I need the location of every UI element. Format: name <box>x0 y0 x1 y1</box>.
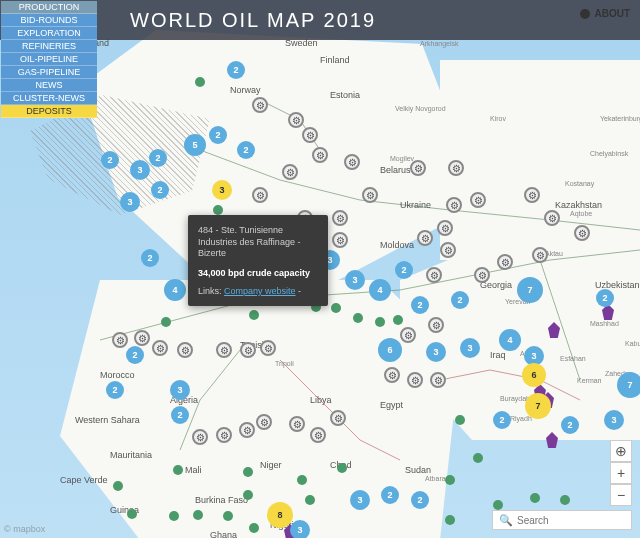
cluster-marker[interactable]: 2 <box>561 416 579 434</box>
cluster-marker[interactable]: 2 <box>101 151 119 169</box>
cluster-marker[interactable]: 2 <box>171 406 189 424</box>
layer-toggle-cluster-news[interactable]: CLUSTER-NEWS <box>1 92 97 105</box>
layer-toggle-gas-pipeline[interactable]: GAS-PIPELINE <box>1 66 97 79</box>
refinery-marker[interactable] <box>310 427 326 443</box>
cluster-marker[interactable]: 4 <box>499 329 521 351</box>
refinery-marker[interactable] <box>282 164 298 180</box>
cluster-marker[interactable]: 2 <box>151 181 169 199</box>
refinery-marker[interactable] <box>288 112 304 128</box>
cluster-marker[interactable]: 7 <box>517 277 543 303</box>
exploration-marker[interactable] <box>113 481 123 491</box>
refinery-marker[interactable] <box>216 427 232 443</box>
cluster-marker[interactable]: 2 <box>451 291 469 309</box>
cluster-marker[interactable]: 2 <box>141 249 159 267</box>
refinery-marker[interactable] <box>430 372 446 388</box>
exploration-marker[interactable] <box>530 493 540 503</box>
exploration-marker[interactable] <box>249 310 259 320</box>
cluster-marker[interactable]: 2 <box>596 289 614 307</box>
refinery-marker[interactable] <box>544 210 560 226</box>
cluster-marker[interactable]: 8 <box>267 502 293 528</box>
refinery-marker[interactable] <box>330 410 346 426</box>
cluster-marker[interactable]: 2 <box>411 491 429 509</box>
refinery-marker[interactable] <box>302 127 318 143</box>
cluster-marker[interactable]: 5 <box>184 134 206 156</box>
search-bar[interactable]: 🔍 <box>492 510 632 530</box>
exploration-marker[interactable] <box>243 467 253 477</box>
cluster-marker[interactable]: 3 <box>350 490 370 510</box>
refinery-marker[interactable] <box>426 267 442 283</box>
exploration-marker[interactable] <box>305 495 315 505</box>
refinery-marker[interactable] <box>384 367 400 383</box>
refinery-marker[interactable] <box>152 340 168 356</box>
cluster-marker[interactable]: 6 <box>522 363 546 387</box>
zoom-in-button[interactable]: + <box>610 462 632 484</box>
refinery-marker[interactable] <box>239 422 255 438</box>
cluster-marker[interactable]: 3 <box>290 520 310 538</box>
refinery-marker[interactable] <box>134 330 150 346</box>
exploration-marker[interactable] <box>169 511 179 521</box>
cluster-marker[interactable]: 3 <box>460 338 480 358</box>
exploration-marker[interactable] <box>455 415 465 425</box>
refinery-marker[interactable] <box>344 154 360 170</box>
exploration-marker[interactable] <box>127 509 137 519</box>
cluster-marker[interactable]: 3 <box>170 380 190 400</box>
exploration-marker[interactable] <box>445 515 455 525</box>
compass-button[interactable]: ⊕ <box>610 440 632 462</box>
refinery-marker[interactable] <box>177 342 193 358</box>
search-input[interactable] <box>517 515 625 526</box>
refinery-marker[interactable] <box>574 225 590 241</box>
tooltip-link-website[interactable]: Company website <box>224 286 296 296</box>
cluster-marker[interactable]: 7 <box>617 372 640 398</box>
refinery-marker[interactable] <box>362 187 378 203</box>
refinery-marker[interactable] <box>474 267 490 283</box>
cluster-marker[interactable]: 3 <box>120 192 140 212</box>
exploration-marker[interactable] <box>173 465 183 475</box>
refinery-marker[interactable] <box>332 210 348 226</box>
layer-toggle-bid-rounds[interactable]: BID-ROUNDS <box>1 14 97 27</box>
cluster-marker[interactable]: 2 <box>381 486 399 504</box>
exploration-marker[interactable] <box>393 315 403 325</box>
refinery-marker[interactable] <box>289 416 305 432</box>
cluster-marker[interactable]: 6 <box>378 338 402 362</box>
cluster-marker[interactable]: 2 <box>227 61 245 79</box>
refinery-marker[interactable] <box>332 232 348 248</box>
refinery-marker[interactable] <box>448 160 464 176</box>
cluster-marker[interactable]: 3 <box>212 180 232 200</box>
about-button[interactable]: ABOUT <box>580 8 630 19</box>
zoom-out-button[interactable]: − <box>610 484 632 506</box>
exploration-marker[interactable] <box>243 490 253 500</box>
exploration-marker[interactable] <box>331 303 341 313</box>
refinery-marker[interactable] <box>497 254 513 270</box>
cluster-marker[interactable]: 2 <box>209 126 227 144</box>
exploration-marker[interactable] <box>493 500 503 510</box>
refinery-marker[interactable] <box>112 332 128 348</box>
refinery-marker[interactable] <box>437 220 453 236</box>
exploration-marker[interactable] <box>337 463 347 473</box>
refinery-marker[interactable] <box>256 414 272 430</box>
refinery-marker[interactable] <box>446 197 462 213</box>
layer-toggle-production[interactable]: PRODUCTION <box>1 1 97 14</box>
cluster-marker[interactable]: 2 <box>106 381 124 399</box>
refinery-marker[interactable] <box>524 187 540 203</box>
exploration-marker[interactable] <box>223 511 233 521</box>
layer-toggle-refineries[interactable]: REFINERIES <box>1 40 97 53</box>
cluster-marker[interactable]: 2 <box>237 141 255 159</box>
exploration-marker[interactable] <box>375 317 385 327</box>
refinery-marker[interactable] <box>410 160 426 176</box>
refinery-marker[interactable] <box>252 187 268 203</box>
refinery-marker[interactable] <box>428 317 444 333</box>
cluster-marker[interactable]: 4 <box>164 279 186 301</box>
refinery-marker[interactable] <box>400 327 416 343</box>
refinery-marker[interactable] <box>532 247 548 263</box>
exploration-marker[interactable] <box>249 523 259 533</box>
exploration-marker[interactable] <box>473 453 483 463</box>
exploration-marker[interactable] <box>297 475 307 485</box>
exploration-marker[interactable] <box>161 317 171 327</box>
layer-toggle-news[interactable]: NEWS <box>1 79 97 92</box>
layer-toggle-exploration[interactable]: EXPLORATION <box>1 27 97 40</box>
cluster-marker[interactable]: 3 <box>604 410 624 430</box>
exploration-marker[interactable] <box>445 475 455 485</box>
refinery-marker[interactable] <box>470 192 486 208</box>
refinery-marker[interactable] <box>440 242 456 258</box>
refinery-marker[interactable] <box>312 147 328 163</box>
